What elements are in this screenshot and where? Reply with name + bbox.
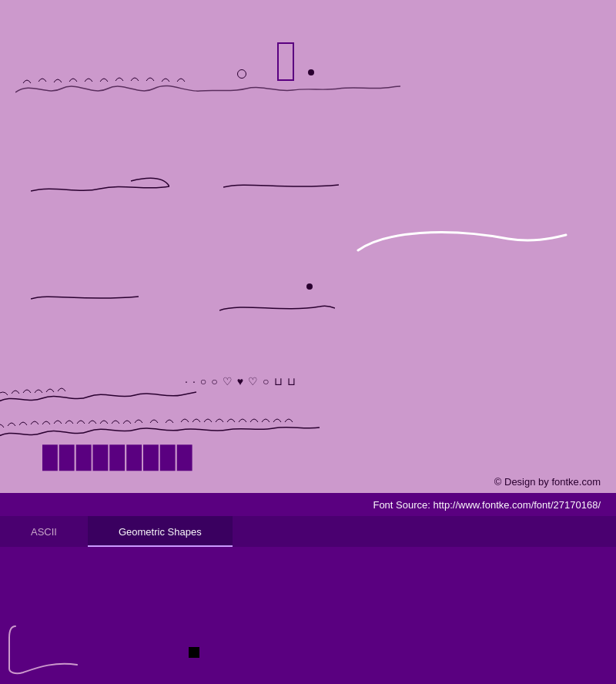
swirl-low-right xyxy=(219,291,335,318)
block-chars: █████████ xyxy=(42,445,194,470)
sym-8: ○ xyxy=(263,376,269,387)
symbols-row: · · ○ ○ ♡ ♥ ♡ ○ ⊔ ⊔ xyxy=(185,376,296,387)
sym-5: ♡ xyxy=(223,376,233,387)
copyright-text: © Design by fontke.com xyxy=(494,476,601,488)
white-curve xyxy=(354,216,570,262)
black-square-glyph xyxy=(189,647,199,658)
swirl-mid-right xyxy=(223,173,339,196)
font-source-text: Font Source: http://www.fontke.com/font/… xyxy=(373,499,601,511)
swirl-mid-left xyxy=(31,169,169,200)
tab-bar: ASCII Geometric Shapes xyxy=(0,516,616,547)
sym-9: ⊔ xyxy=(274,376,283,387)
swirl-top xyxy=(15,69,400,108)
tab-geometric[interactable]: Geometric Shapes xyxy=(88,516,233,547)
sym-10: ⊔ xyxy=(287,376,296,387)
sym-4: ○ xyxy=(211,376,217,387)
tab-ascii[interactable]: ASCII xyxy=(0,516,88,547)
sym-3: ○ xyxy=(200,376,206,387)
copyright-bar: © Design by fontke.com xyxy=(0,470,616,493)
curve-bottom-left xyxy=(8,622,85,676)
tab-ascii-label: ASCII xyxy=(31,526,57,538)
swirl-low-left xyxy=(31,285,139,308)
lower-preview-section xyxy=(0,547,616,684)
dot-lower xyxy=(306,283,313,290)
font-source-bar: Font Source: http://www.fontke.com/font/… xyxy=(0,493,616,516)
font-preview-area: · · ○ ○ ♡ ♥ ♡ ○ ⊔ ⊔ xyxy=(0,0,616,493)
font-preview-main: · · ○ ○ ♡ ♥ ♡ ○ ⊔ ⊔ xyxy=(0,0,616,493)
tab-geometric-label: Geometric Shapes xyxy=(119,526,202,538)
swirl-bottom-2 xyxy=(0,416,458,447)
sym-6: ♥ xyxy=(237,376,243,387)
sym-7: ♡ xyxy=(248,376,258,387)
swirl-bottom-1 xyxy=(0,381,196,412)
